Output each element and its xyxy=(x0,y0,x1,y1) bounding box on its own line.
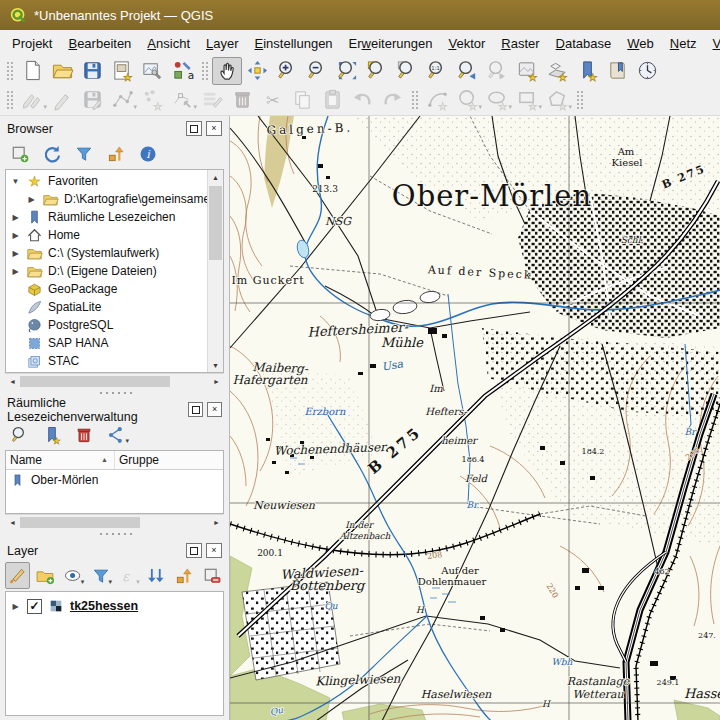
layer-styling-button[interactable] xyxy=(5,562,30,589)
delete-selected-button[interactable] xyxy=(227,86,257,114)
menu-verarbeitung[interactable]: Verarbeitung xyxy=(705,32,720,55)
expand-arrow-icon[interactable]: ▼ xyxy=(10,177,21,186)
filter-legend-button[interactable]: ▾ xyxy=(88,562,113,589)
scroll-thumb[interactable] xyxy=(20,376,170,387)
menu-einstellungen[interactable]: Einstellungen xyxy=(247,32,341,55)
copy-features-button[interactable] xyxy=(287,86,317,114)
expand-arrow-icon[interactable]: ▶ xyxy=(10,267,21,276)
pan-to-selection-button[interactable] xyxy=(242,57,272,85)
scroll-down-arrow[interactable]: ▼ xyxy=(208,358,223,372)
browser-vertical-scrollbar[interactable]: ▲ ▼ xyxy=(207,170,223,372)
refresh-button[interactable] xyxy=(37,140,66,167)
share-bookmarks-button[interactable]: ▾ xyxy=(101,421,130,448)
remove-layer-button[interactable] xyxy=(199,562,224,589)
browser-item-geopackage[interactable]: GeoPackage xyxy=(6,280,207,298)
toolbar-grip[interactable] xyxy=(575,89,584,111)
style-manager-button[interactable] xyxy=(137,57,167,85)
scroll-thumb[interactable] xyxy=(209,186,222,260)
shape-rectangle-button[interactable]: ★▾ xyxy=(512,86,542,114)
menu-erweiterungen[interactable]: Erweiterungen xyxy=(341,32,441,55)
browser-item-spatialite[interactable]: SpatiaLite xyxy=(6,298,207,316)
column-header-gruppe[interactable]: Gruppe xyxy=(115,451,225,470)
symbology-button[interactable]: a xyxy=(167,57,197,85)
temporal-controller-button[interactable] xyxy=(632,57,662,85)
scroll-left-arrow[interactable]: ◄ xyxy=(5,515,20,529)
filter-browser-button[interactable] xyxy=(69,140,98,167)
browser-item-d-eigene-dateien-[interactable]: ▶D:\ (Eigene Dateien) xyxy=(6,262,207,280)
expand-arrow-icon[interactable]: ▶ xyxy=(10,231,21,240)
save-edits-button[interactable] xyxy=(77,86,107,114)
browser-item-stac[interactable]: STAC xyxy=(6,352,207,370)
shape-polygon-button[interactable]: ★▾ xyxy=(542,86,572,114)
browser-close-button[interactable]: × xyxy=(206,121,222,136)
bookmark-row[interactable]: Ober-Mörlen472 xyxy=(6,470,224,491)
paste-features-button[interactable] xyxy=(317,86,347,114)
browser-item-c-systemlaufwerk-[interactable]: ▶C:\ (Systemlaufwerk) xyxy=(6,244,207,262)
expand-arrow-icon[interactable]: ▶ xyxy=(10,249,21,258)
bookmarks-close-button[interactable]: × xyxy=(207,402,222,417)
toolbar-grip[interactable] xyxy=(5,60,14,82)
shape-curve-button[interactable]: ★ xyxy=(422,86,452,114)
browser-item-postgresql[interactable]: PostgreSQL xyxy=(6,316,207,334)
expand-all-button[interactable] xyxy=(144,562,169,589)
browser-float-button[interactable] xyxy=(186,121,202,136)
new-project-button[interactable] xyxy=(17,57,47,85)
zoom-next-button[interactable] xyxy=(482,57,512,85)
menu-netz[interactable]: Netz xyxy=(662,32,705,55)
delete-bookmark-button[interactable] xyxy=(69,421,98,448)
undo-button[interactable] xyxy=(347,86,377,114)
zoom-last-button[interactable] xyxy=(452,57,482,85)
shape-ellipse-button[interactable]: ★▾ xyxy=(482,86,512,114)
map-canvas[interactable]: Galgen-B.213.3NSGOber-MörlenAmKieselAuf … xyxy=(230,116,720,720)
collapse-all-layers-button[interactable] xyxy=(172,562,197,589)
vertex-tool-button[interactable]: ▾ xyxy=(167,86,197,114)
menu-ansicht[interactable]: Ansicht xyxy=(139,32,198,55)
scroll-left-arrow[interactable]: ◄ xyxy=(5,374,20,388)
map-themes-button[interactable]: ▾ xyxy=(61,562,86,589)
cut-features-button[interactable]: ✂ xyxy=(257,86,287,114)
menu-vektor[interactable]: Vektor xyxy=(440,32,493,55)
zoom-native-button[interactable]: 1:1 xyxy=(422,57,452,85)
expand-arrow-icon[interactable]: ▶ xyxy=(26,195,37,204)
browser-item-d-kartografie-gemeinsame-res[interactable]: ▶D:\Kartografie\gemeinsame Res xyxy=(6,190,207,208)
expand-arrow-icon[interactable]: ▶ xyxy=(10,213,21,222)
properties-info-button[interactable]: i xyxy=(133,140,162,167)
layout-manager-button[interactable]: ★ xyxy=(107,57,137,85)
toolbar-grip[interactable] xyxy=(200,60,209,82)
new-map-view-button[interactable]: ★ xyxy=(512,57,542,85)
new-3d-map-view-button[interactable]: ★ xyxy=(542,57,572,85)
panel-splitter[interactable] xyxy=(0,529,229,538)
layers-close-button[interactable]: × xyxy=(206,543,222,558)
multiedit-attributes-button[interactable] xyxy=(197,86,227,114)
add-line-feature-button[interactable]: ▾ xyxy=(107,86,137,114)
column-header-name[interactable]: Name▲ xyxy=(6,451,115,470)
zoom-full-button[interactable] xyxy=(332,57,362,85)
show-bookmarks-button[interactable] xyxy=(602,57,632,85)
save-project-button[interactable] xyxy=(77,57,107,85)
browser-item-home[interactable]: ▶Home xyxy=(6,226,207,244)
layer-visibility-checkbox[interactable]: ✓ xyxy=(27,599,42,614)
zoom-to-selection-button[interactable] xyxy=(392,57,422,85)
redo-button[interactable] xyxy=(377,86,407,114)
shape-circle-button[interactable]: ★▾ xyxy=(452,86,482,114)
scroll-thumb[interactable] xyxy=(20,517,140,528)
filter-expression-button[interactable]: ε▾ xyxy=(116,562,141,589)
layer-item-tk25hessen[interactable]: ▶✓tk25hessen xyxy=(6,595,223,617)
menu-raster[interactable]: Raster xyxy=(493,32,547,55)
zoom-to-layer-button[interactable] xyxy=(362,57,392,85)
pan-map-button[interactable] xyxy=(212,57,242,85)
menu-database[interactable]: Database xyxy=(548,32,620,55)
scroll-right-arrow[interactable]: ► xyxy=(209,515,224,529)
scroll-up-arrow[interactable]: ▲ xyxy=(208,170,223,184)
browser-item-favoriten[interactable]: ▼★Favoriten xyxy=(6,172,207,190)
browser-item-sap-hana[interactable]: SAP HANA xyxy=(6,334,207,352)
layers-float-button[interactable] xyxy=(186,543,202,558)
scroll-right-arrow[interactable]: ► xyxy=(209,374,224,388)
zoom-to-bookmark-button[interactable] xyxy=(5,421,34,448)
browser-horizontal-scrollbar[interactable]: ◄ ► xyxy=(5,373,224,388)
add-record-button[interactable]: ★ xyxy=(137,86,167,114)
zoom-out-button[interactable] xyxy=(302,57,332,85)
browser-item-r-umliche-lesezeichen[interactable]: ▶Räumliche Lesezeichen xyxy=(6,208,207,226)
bookmarks-float-button[interactable] xyxy=(188,402,203,417)
menu-bearbeiten[interactable]: Bearbeiten xyxy=(60,32,139,55)
